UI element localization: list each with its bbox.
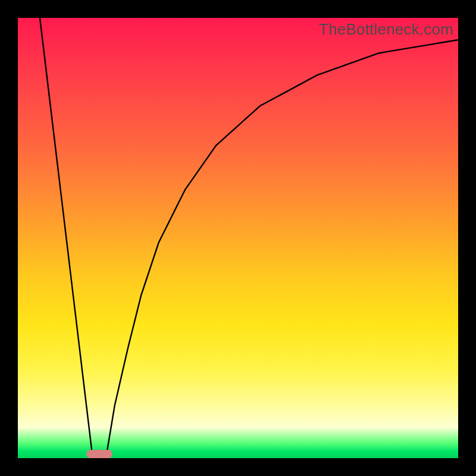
curve-left-branch xyxy=(40,18,93,458)
chart-curves-svg xyxy=(18,18,458,458)
chart-plot-area: TheBottleneck.com xyxy=(18,18,458,458)
chart-frame: TheBottleneck.com xyxy=(0,0,476,476)
curve-right-branch xyxy=(106,40,458,458)
optimum-marker xyxy=(86,450,112,458)
